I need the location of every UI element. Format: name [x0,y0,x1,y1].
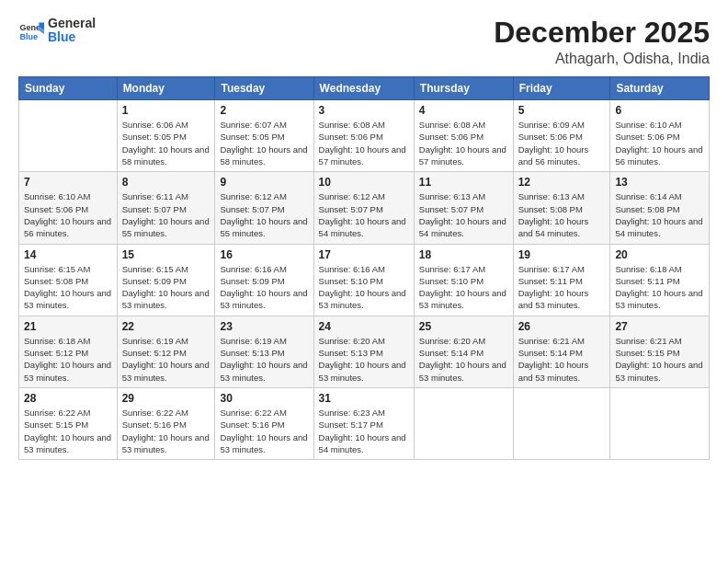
svg-text:Blue: Blue [19,32,38,41]
day-number: 17 [319,248,409,261]
calendar-cell: 2 Sunrise: 6:07 AMSunset: 5:05 PMDayligh… [215,100,313,172]
calendar-cell: 17 Sunrise: 6:16 AMSunset: 5:10 PMDaylig… [313,244,414,316]
calendar-cell: 4 Sunrise: 6:08 AMSunset: 5:06 PMDayligh… [414,100,513,172]
calendar-page: General Blue General Blue December 2025 … [0,0,728,563]
calendar-cell: 21 Sunrise: 6:18 AMSunset: 5:12 PMDaylig… [19,316,118,387]
day-number: 28 [24,392,112,405]
logo-icon: General Blue [18,17,44,43]
day-number: 20 [615,248,704,261]
day-number: 26 [518,320,606,333]
weekday-header-tuesday: Tuesday [215,77,313,100]
day-info: Sunrise: 6:12 AMSunset: 5:07 PMDaylight:… [319,191,406,238]
day-info: Sunrise: 6:08 AMSunset: 5:06 PMDaylight:… [319,120,406,167]
title-block: December 2025 Athagarh, Odisha, India [494,17,710,67]
week-row-1: 1 Sunrise: 6:06 AMSunset: 5:05 PMDayligh… [19,100,710,172]
day-info: Sunrise: 6:21 AMSunset: 5:14 PMDaylight:… [518,336,589,383]
day-number: 27 [615,320,704,333]
calendar-cell: 3 Sunrise: 6:08 AMSunset: 5:06 PMDayligh… [313,100,414,172]
week-row-5: 28 Sunrise: 6:22 AMSunset: 5:15 PMDaylig… [19,387,710,459]
calendar-cell: 14 Sunrise: 6:15 AMSunset: 5:08 PMDaylig… [19,244,118,316]
calendar-cell: 26 Sunrise: 6:21 AMSunset: 5:14 PMDaylig… [513,316,610,387]
day-number: 11 [419,176,508,189]
day-info: Sunrise: 6:22 AMSunset: 5:16 PMDaylight:… [122,408,210,454]
calendar-cell [513,387,610,459]
day-info: Sunrise: 6:09 AMSunset: 5:06 PMDaylight:… [518,120,589,167]
day-number: 19 [518,248,606,261]
day-info: Sunrise: 6:16 AMSunset: 5:09 PMDaylight:… [220,264,307,311]
calendar-cell: 30 Sunrise: 6:22 AMSunset: 5:16 PMDaylig… [215,387,313,459]
day-info: Sunrise: 6:10 AMSunset: 5:06 PMDaylight:… [24,191,111,238]
week-row-2: 7 Sunrise: 6:10 AMSunset: 5:06 PMDayligh… [19,172,710,244]
month-title: December 2025 [494,17,710,49]
calendar-cell: 15 Sunrise: 6:15 AMSunset: 5:09 PMDaylig… [117,244,215,316]
weekday-header-monday: Monday [117,77,215,100]
calendar-cell: 16 Sunrise: 6:16 AMSunset: 5:09 PMDaylig… [215,244,313,316]
day-number: 7 [24,176,112,189]
calendar-cell: 24 Sunrise: 6:20 AMSunset: 5:13 PMDaylig… [313,316,414,387]
day-info: Sunrise: 6:07 AMSunset: 5:05 PMDaylight:… [220,120,307,167]
weekday-header-friday: Friday [513,77,610,100]
calendar-cell: 25 Sunrise: 6:20 AMSunset: 5:14 PMDaylig… [414,316,513,387]
day-info: Sunrise: 6:06 AMSunset: 5:05 PMDaylight:… [122,120,210,167]
day-number: 9 [220,176,308,189]
calendar-cell [610,387,710,459]
calendar-cell: 27 Sunrise: 6:21 AMSunset: 5:15 PMDaylig… [610,316,710,387]
calendar-cell: 28 Sunrise: 6:22 AMSunset: 5:15 PMDaylig… [19,387,118,459]
day-info: Sunrise: 6:12 AMSunset: 5:07 PMDaylight:… [220,191,307,238]
day-number: 16 [220,248,308,261]
day-info: Sunrise: 6:15 AMSunset: 5:08 PMDaylight:… [24,264,111,311]
calendar-cell: 12 Sunrise: 6:13 AMSunset: 5:08 PMDaylig… [513,172,610,244]
day-number: 22 [122,320,210,333]
day-number: 5 [518,104,606,117]
day-info: Sunrise: 6:13 AMSunset: 5:08 PMDaylight:… [518,191,589,238]
week-row-3: 14 Sunrise: 6:15 AMSunset: 5:08 PMDaylig… [19,244,710,316]
day-number: 6 [615,104,704,117]
day-info: Sunrise: 6:08 AMSunset: 5:06 PMDaylight:… [419,120,506,167]
day-number: 25 [419,320,508,333]
week-row-4: 21 Sunrise: 6:18 AMSunset: 5:12 PMDaylig… [19,316,710,387]
calendar-cell: 8 Sunrise: 6:11 AMSunset: 5:07 PMDayligh… [117,172,215,244]
calendar-cell: 1 Sunrise: 6:06 AMSunset: 5:05 PMDayligh… [117,100,215,172]
calendar-cell: 6 Sunrise: 6:10 AMSunset: 5:06 PMDayligh… [610,100,710,172]
logo-general: General [48,17,96,30]
calendar-cell: 19 Sunrise: 6:17 AMSunset: 5:11 PMDaylig… [513,244,610,316]
calendar-table: SundayMondayTuesdayWednesdayThursdayFrid… [18,76,710,460]
day-number: 15 [122,248,210,261]
calendar-cell: 20 Sunrise: 6:18 AMSunset: 5:11 PMDaylig… [610,244,710,316]
day-info: Sunrise: 6:19 AMSunset: 5:12 PMDaylight:… [122,336,210,383]
day-number: 24 [319,320,409,333]
calendar-cell: 7 Sunrise: 6:10 AMSunset: 5:06 PMDayligh… [19,172,118,244]
day-number: 23 [220,320,308,333]
day-info: Sunrise: 6:20 AMSunset: 5:13 PMDaylight:… [319,336,406,383]
day-number: 18 [419,248,508,261]
weekday-header-row: SundayMondayTuesdayWednesdayThursdayFrid… [19,77,710,100]
day-number: 12 [518,176,606,189]
day-number: 10 [319,176,409,189]
weekday-header-thursday: Thursday [414,77,513,100]
day-number: 2 [220,104,308,117]
day-number: 13 [615,176,704,189]
weekday-header-sunday: Sunday [19,77,118,100]
calendar-cell: 13 Sunrise: 6:14 AMSunset: 5:08 PMDaylig… [610,172,710,244]
weekday-header-saturday: Saturday [610,77,710,100]
day-info: Sunrise: 6:13 AMSunset: 5:07 PMDaylight:… [419,191,506,238]
calendar-cell: 18 Sunrise: 6:17 AMSunset: 5:10 PMDaylig… [414,244,513,316]
day-number: 14 [24,248,112,261]
day-number: 29 [122,392,210,405]
calendar-cell: 9 Sunrise: 6:12 AMSunset: 5:07 PMDayligh… [215,172,313,244]
header: General Blue General Blue December 2025 … [18,17,710,67]
calendar-cell: 31 Sunrise: 6:23 AMSunset: 5:17 PMDaylig… [313,387,414,459]
day-number: 4 [419,104,508,117]
day-info: Sunrise: 6:18 AMSunset: 5:12 PMDaylight:… [24,336,111,383]
day-number: 30 [220,392,308,405]
calendar-cell: 11 Sunrise: 6:13 AMSunset: 5:07 PMDaylig… [414,172,513,244]
logo-blue: Blue [48,30,96,44]
day-info: Sunrise: 6:11 AMSunset: 5:07 PMDaylight:… [122,191,210,238]
calendar-cell: 5 Sunrise: 6:09 AMSunset: 5:06 PMDayligh… [513,100,610,172]
day-info: Sunrise: 6:23 AMSunset: 5:17 PMDaylight:… [319,408,406,454]
day-info: Sunrise: 6:18 AMSunset: 5:11 PMDaylight:… [615,264,702,311]
calendar-cell: 22 Sunrise: 6:19 AMSunset: 5:12 PMDaylig… [117,316,215,387]
day-number: 31 [319,392,409,405]
day-info: Sunrise: 6:14 AMSunset: 5:08 PMDaylight:… [615,191,702,238]
day-number: 21 [24,320,112,333]
